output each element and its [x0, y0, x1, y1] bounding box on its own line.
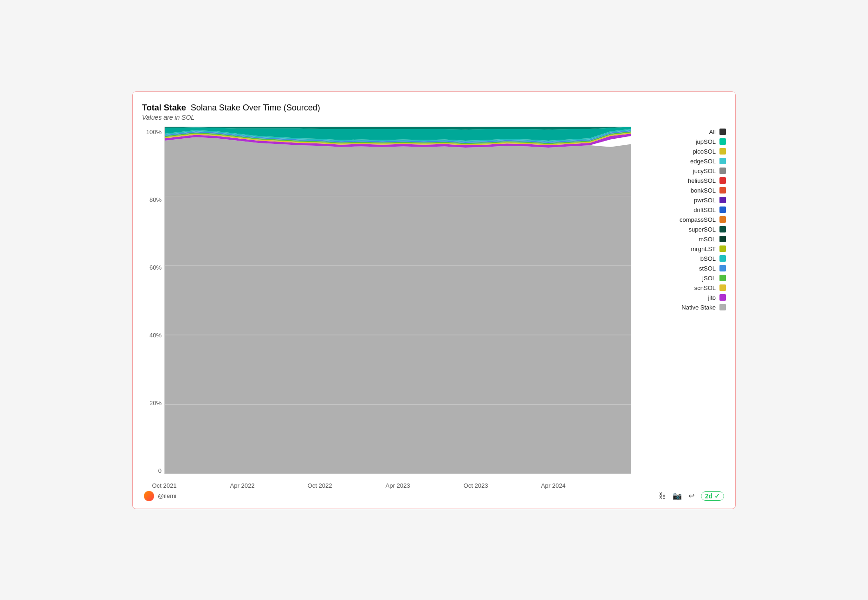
- legend-color: [719, 168, 726, 174]
- legend-color: [719, 304, 726, 310]
- legend-color: [719, 275, 726, 281]
- footer-left: @ilemi: [144, 491, 176, 501]
- legend: AlljupSOLpicoSOLedgeSOLjucySOLheliusSOLb…: [642, 127, 726, 489]
- x-axis-label: Apr 2023: [386, 482, 410, 489]
- chart-title-normal: Solana Stake Over Time (Sourced): [191, 103, 320, 113]
- y-axis-label: 60%: [149, 264, 164, 271]
- chart-title-bold: Total Stake: [142, 103, 186, 113]
- x-axis-label: Oct 2023: [464, 482, 488, 489]
- time-badge[interactable]: 2d ✓: [701, 491, 724, 501]
- camera-icon[interactable]: 📷: [673, 491, 682, 500]
- legend-label: stSOL: [699, 265, 716, 272]
- legend-item: Native Stake: [642, 304, 726, 311]
- legend-color: [719, 294, 726, 301]
- legend-item: mSOL: [642, 236, 726, 243]
- legend-item: jSOL: [642, 275, 726, 282]
- legend-color: [719, 255, 726, 262]
- legend-label: Native Stake: [681, 304, 716, 311]
- legend-item: heliusSOL: [642, 177, 726, 184]
- legend-label: scnSOL: [694, 284, 716, 291]
- legend-item: picoSOL: [642, 148, 726, 155]
- y-axis-label: 0: [158, 467, 164, 474]
- legend-color: [719, 148, 726, 155]
- legend-color: [719, 226, 726, 232]
- legend-color: [719, 177, 726, 184]
- legend-item: edgeSOL: [642, 158, 726, 165]
- legend-color: [719, 138, 726, 145]
- y-axis: 100%80%60%40%20%0: [142, 127, 164, 489]
- legend-item: stSOL: [642, 265, 726, 272]
- legend-label: picoSOL: [693, 148, 716, 155]
- legend-label: bSOL: [700, 255, 716, 262]
- legend-item: pwrSOL: [642, 197, 726, 204]
- legend-color: [719, 129, 726, 135]
- y-axis-label: 20%: [149, 400, 164, 406]
- undo-icon[interactable]: ↩: [688, 491, 694, 500]
- legend-color: [719, 187, 726, 194]
- legend-label: pwrSOL: [694, 197, 716, 204]
- legend-color: [719, 197, 726, 203]
- chart-container: Total Stake Solana Stake Over Time (Sour…: [132, 91, 736, 509]
- legend-item: jito: [642, 294, 726, 301]
- footer-right: ⛓ 📷 ↩ 2d ✓: [659, 491, 724, 501]
- legend-item: bSOL: [642, 255, 726, 262]
- username: @ilemi: [158, 492, 176, 499]
- legend-label: driftSOL: [693, 206, 716, 213]
- legend-label: jito: [708, 294, 716, 301]
- legend-item: superSOL: [642, 226, 726, 233]
- legend-color: [719, 236, 726, 242]
- legend-color: [719, 265, 726, 271]
- link-icon[interactable]: ⛓: [659, 492, 666, 500]
- check-icon: ✓: [714, 492, 720, 500]
- legend-label: edgeSOL: [690, 158, 716, 165]
- chart-subtitle: Values are in SOL: [142, 114, 726, 121]
- x-axis: Oct 2021Apr 2022Oct 2022Apr 2023Oct 2023…: [164, 474, 631, 489]
- svg-marker-0: [165, 137, 631, 474]
- legend-color: [719, 206, 726, 213]
- legend-label: jucySOL: [693, 168, 716, 174]
- legend-item: scnSOL: [642, 284, 726, 291]
- y-axis-label: 40%: [149, 332, 164, 339]
- legend-color: [719, 245, 726, 252]
- x-axis-label: Apr 2022: [230, 482, 255, 489]
- legend-item: All: [642, 129, 726, 135]
- legend-label: mrgnLST: [691, 245, 716, 252]
- legend-item: bonkSOL: [642, 187, 726, 194]
- x-axis-label: Oct 2022: [308, 482, 332, 489]
- legend-color: [719, 284, 726, 291]
- legend-label: bonkSOL: [691, 187, 716, 194]
- legend-label: compassSOL: [680, 216, 716, 223]
- y-axis-label: 100%: [146, 129, 164, 135]
- legend-color: [719, 158, 726, 164]
- legend-color: [719, 216, 726, 223]
- legend-label: mSOL: [699, 236, 716, 243]
- legend-item: jucySOL: [642, 168, 726, 174]
- legend-label: All: [709, 129, 716, 135]
- legend-label: superSOL: [688, 226, 716, 233]
- y-axis-label: 80%: [149, 196, 164, 203]
- x-axis-label: Oct 2021: [152, 482, 177, 489]
- avatar: [144, 491, 154, 501]
- footer: @ilemi ⛓ 📷 ↩ 2d ✓: [142, 491, 726, 501]
- legend-label: heliusSOL: [688, 177, 716, 184]
- x-axis-label: Apr 2024: [541, 482, 566, 489]
- legend-label: jSOL: [702, 275, 716, 282]
- legend-item: mrgnLST: [642, 245, 726, 252]
- legend-label: jupSOL: [696, 138, 716, 145]
- legend-item: compassSOL: [642, 216, 726, 223]
- stacked-chart: [164, 127, 631, 474]
- legend-item: jupSOL: [642, 138, 726, 145]
- legend-item: driftSOL: [642, 206, 726, 213]
